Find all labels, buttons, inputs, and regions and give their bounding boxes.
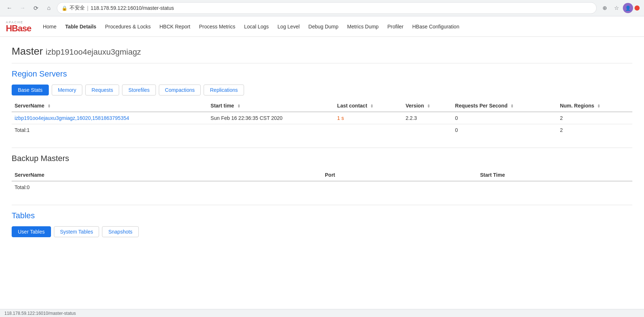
close-icon: [635, 5, 640, 11]
cell-last-contact: 1 s: [334, 112, 403, 124]
bookmark-button[interactable]: ☆: [611, 3, 621, 13]
forward-button[interactable]: →: [17, 3, 28, 13]
col-num-regions[interactable]: Num. Regions ⇕: [557, 100, 632, 112]
cell-server-name: izbp191oo4ejauxu3gmiagz,16020,1581863795…: [12, 112, 208, 124]
tab-replications[interactable]: Replications: [204, 85, 244, 95]
sort-icon-rps: ⇕: [510, 104, 514, 108]
reload-button[interactable]: ⟳: [31, 3, 41, 13]
total-rps: 0: [452, 124, 557, 136]
tab-memory[interactable]: Memory: [52, 85, 83, 95]
region-servers-header-row: ServerName ⇕ Start time ⇕ Last contact ⇕…: [12, 100, 632, 112]
nav-log-level[interactable]: Log Level: [273, 21, 304, 32]
region-servers-table: ServerName ⇕ Start time ⇕ Last contact ⇕…: [12, 100, 632, 136]
nav-metrics-dump[interactable]: Metrics Dump: [343, 21, 383, 32]
sort-icon-version: ⇕: [427, 104, 430, 108]
sort-icon-num-regions: ⇕: [597, 104, 600, 108]
home-button[interactable]: ⌂: [44, 3, 54, 13]
tab-compactions[interactable]: Compactions: [159, 85, 201, 95]
app-navbar: APACHE HBase Home Table Details Procedur…: [0, 16, 644, 37]
tab-requests[interactable]: Requests: [85, 85, 119, 95]
tab-base-stats[interactable]: Base Stats: [12, 85, 49, 95]
sort-icon-start-time: ⇕: [237, 104, 240, 108]
col-requests-per-second[interactable]: Requests Per Second ⇕: [452, 100, 557, 112]
sort-icon-server-name: ⇕: [47, 104, 51, 108]
address-bar[interactable]: 🔒 不安全 | 118.178.59.122:16010/master-stat…: [57, 2, 597, 14]
tables-tabs: User Tables System Tables Snapshots: [12, 226, 632, 237]
nav-process-metrics[interactable]: Process Metrics: [195, 21, 240, 32]
total-version: [402, 124, 452, 136]
page-content: Master izbp191oo4ejauxu3gmiagz Region Se…: [0, 37, 644, 258]
hostname: izbp191oo4ejauxu3gmiagz: [46, 47, 141, 56]
col-start-time[interactable]: Start time ⇕: [208, 100, 334, 112]
nav-home[interactable]: Home: [39, 21, 61, 32]
cell-start-time: Sun Feb 16 22:36:35 CST 2020: [208, 112, 334, 124]
nav-procedures-locks[interactable]: Procedures & Locks: [101, 21, 155, 32]
backup-masters-header-row: ServerName Port Start Time: [12, 169, 632, 181]
backup-masters-title: Backup Masters: [12, 154, 632, 163]
col-version[interactable]: Version ⇕: [402, 100, 452, 112]
section-divider-1: [12, 148, 632, 148]
hbase-logo[interactable]: APACHE HBase: [6, 20, 31, 33]
title-divider: [12, 63, 632, 63]
nav-hbase-configuration[interactable]: HBase Configuration: [408, 21, 464, 32]
nav-hbck-report[interactable]: HBCK Report: [155, 21, 195, 32]
backup-masters-total-row: Total:0: [12, 181, 632, 193]
cell-version: 2.2.3: [402, 112, 452, 124]
backup-col-port: Port: [322, 169, 477, 181]
backup-total-start-time: [477, 181, 632, 193]
region-servers-section: Region Servers Base Stats Memory Request…: [12, 69, 632, 136]
backup-col-server-name: ServerName: [12, 169, 322, 181]
tab-storefiles[interactable]: Storefiles: [122, 85, 156, 95]
browser-chrome: ← → ⟳ ⌂ 🔒 不安全 | 118.178.59.122:16010/mas…: [0, 0, 644, 16]
profile-avatar[interactable]: 👤: [623, 3, 633, 13]
nav-debug-dump[interactable]: Debug Dump: [304, 21, 343, 32]
tab-snapshots[interactable]: Snapshots: [102, 226, 138, 237]
hbase-label: HBase: [6, 23, 31, 33]
section-divider-2: [12, 205, 632, 205]
sort-icon-last-contact: ⇕: [370, 104, 373, 108]
cell-rps: 0: [452, 112, 557, 124]
total-label: Total:1: [12, 124, 208, 136]
backup-masters-section: Backup Masters ServerName Port Start Tim…: [12, 154, 632, 193]
nav-profiler[interactable]: Profiler: [383, 21, 408, 32]
backup-total-label: Total:0: [12, 181, 322, 193]
tab-user-tables[interactable]: User Tables: [12, 226, 51, 237]
security-icon: 🔒: [62, 5, 67, 11]
backup-masters-table: ServerName Port Start Time Total:0: [12, 169, 632, 193]
col-server-name[interactable]: ServerName ⇕: [12, 100, 208, 112]
nav-links: Home Table Details Procedures & Locks HB…: [39, 21, 464, 32]
region-servers-title: Region Servers: [12, 69, 632, 79]
tables-section: Tables User Tables System Tables Snapsho…: [12, 211, 632, 237]
url-text: 118.178.59.122:16010/master-status: [91, 5, 592, 11]
table-row: izbp191oo4ejauxu3gmiagz,16020,1581863795…: [12, 112, 632, 124]
tab-system-tables[interactable]: System Tables: [54, 226, 99, 237]
region-servers-total-row: Total:1 0 2: [12, 124, 632, 136]
security-label: 不安全: [70, 5, 85, 11]
cell-num-regions: 2: [557, 112, 632, 124]
nav-table-details[interactable]: Table Details: [61, 21, 101, 32]
total-num-regions: 2: [557, 124, 632, 136]
total-start-time: [208, 124, 334, 136]
backup-total-port: [322, 181, 477, 193]
server-name-link[interactable]: izbp191oo4ejauxu3gmiagz,16020,1581863795…: [15, 115, 129, 121]
browser-toolbar: ← → ⟳ ⌂ 🔒 不安全 | 118.178.59.122:16010/mas…: [0, 0, 644, 16]
page-title: Master izbp191oo4ejauxu3gmiagz: [12, 46, 632, 57]
region-servers-tabs: Base Stats Memory Requests Storefiles Co…: [12, 85, 632, 95]
nav-local-logs[interactable]: Local Logs: [240, 21, 273, 32]
col-last-contact[interactable]: Last contact ⇕: [334, 100, 403, 112]
tables-title: Tables: [12, 211, 632, 220]
total-last-contact: [334, 124, 403, 136]
backup-col-start-time: Start Time: [477, 169, 632, 181]
translate-button[interactable]: ⊕: [600, 3, 610, 13]
toolbar-actions: ⊕ ☆ 👤: [600, 3, 640, 13]
back-button[interactable]: ←: [4, 3, 15, 13]
